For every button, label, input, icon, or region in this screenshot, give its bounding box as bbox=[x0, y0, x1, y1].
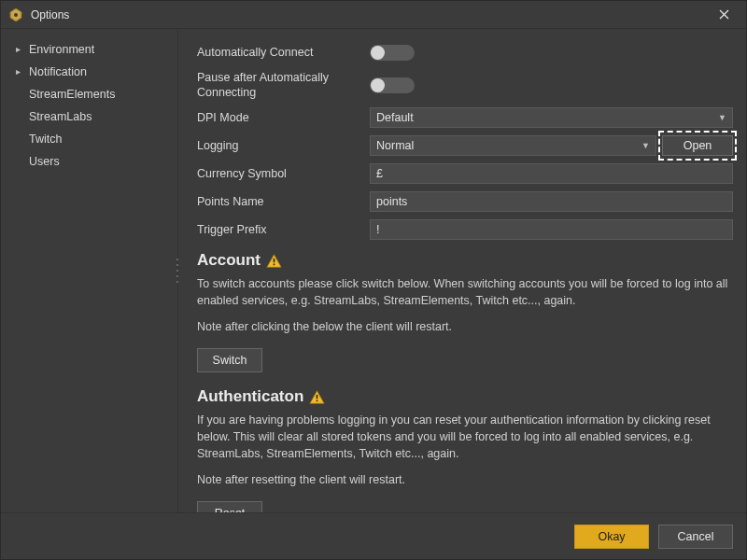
sidebar-item-label: Twitch bbox=[29, 133, 62, 146]
resize-grip[interactable] bbox=[175, 259, 180, 283]
sidebar-item-label: StreamElements bbox=[29, 88, 115, 101]
pause-after-label: Pause after Automatically Connecting bbox=[197, 70, 370, 100]
heading-text: Account bbox=[197, 251, 261, 270]
points-name-input[interactable] bbox=[370, 191, 733, 212]
button-label: Cancel bbox=[678, 530, 714, 543]
warning-icon bbox=[266, 253, 282, 269]
logging-label: Logging bbox=[197, 138, 370, 153]
svg-rect-8 bbox=[317, 394, 318, 398]
switch-button[interactable]: Switch bbox=[197, 348, 262, 372]
points-name-label: Points Name bbox=[197, 194, 370, 209]
auth-desc-1: If you are having problems logging in yo… bbox=[197, 412, 733, 462]
warning-icon bbox=[309, 389, 325, 405]
currency-symbol-input[interactable] bbox=[370, 163, 733, 184]
dpi-mode-label: DPI Mode bbox=[197, 110, 370, 125]
sidebar-item-environment[interactable]: Environment bbox=[1, 38, 177, 61]
sidebar-item-label: Environment bbox=[29, 43, 94, 56]
auto-connect-toggle[interactable] bbox=[370, 45, 415, 61]
sidebar-item-users[interactable]: Users bbox=[1, 150, 177, 173]
sidebar-item-label: Notification bbox=[29, 65, 87, 78]
svg-rect-9 bbox=[317, 399, 318, 401]
content-panel: Automatically Connect Pause after Automa… bbox=[178, 29, 746, 512]
reset-button[interactable]: Reset bbox=[197, 501, 262, 512]
authentication-heading: Authenticaton bbox=[197, 387, 733, 406]
chevron-down-icon: ▼ bbox=[636, 141, 650, 150]
button-label: Switch bbox=[213, 354, 247, 367]
titlebar: Options bbox=[1, 1, 746, 29]
svg-point-1 bbox=[14, 13, 18, 17]
dpi-mode-select[interactable]: Default ▼ bbox=[370, 107, 733, 128]
sidebar-item-streamelements[interactable]: StreamElements bbox=[1, 83, 177, 105]
trigger-prefix-input[interactable] bbox=[370, 219, 733, 240]
toggle-knob bbox=[371, 46, 385, 60]
sidebar-item-label: Users bbox=[29, 155, 60, 168]
sidebar-item-label: StreamLabs bbox=[29, 110, 92, 123]
currency-symbol-label: Currency Symbol bbox=[197, 166, 370, 181]
cancel-button[interactable]: Cancel bbox=[658, 525, 733, 549]
chevron-down-icon: ▼ bbox=[712, 113, 726, 122]
account-desc-1: To switch accounts please click switch b… bbox=[197, 275, 733, 309]
logging-open-button[interactable]: Open bbox=[662, 135, 733, 156]
account-desc-2: Note after clicking the below the client… bbox=[197, 318, 733, 335]
window-title: Options bbox=[31, 8, 709, 21]
svg-rect-6 bbox=[274, 263, 275, 265]
logging-select[interactable]: Normal ▼ bbox=[370, 135, 656, 156]
okay-button[interactable]: Okay bbox=[574, 525, 649, 549]
button-label: Okay bbox=[598, 530, 625, 543]
sidebar: Environment Notification StreamElements … bbox=[1, 29, 178, 512]
toggle-knob bbox=[371, 78, 385, 92]
window-close-button[interactable] bbox=[709, 1, 739, 29]
account-heading: Account bbox=[197, 251, 733, 270]
select-value: Default bbox=[376, 111, 414, 124]
heading-text: Authenticaton bbox=[197, 387, 303, 406]
sidebar-item-notification[interactable]: Notification bbox=[1, 61, 177, 83]
app-icon bbox=[8, 7, 23, 22]
svg-rect-5 bbox=[274, 258, 275, 261]
body: Environment Notification StreamElements … bbox=[1, 29, 746, 512]
options-window: Options Environment Notification StreamE… bbox=[0, 0, 747, 560]
close-icon bbox=[719, 9, 729, 20]
pause-after-toggle[interactable] bbox=[370, 77, 415, 93]
sidebar-item-streamlabs[interactable]: StreamLabs bbox=[1, 105, 177, 128]
auto-connect-label: Automatically Connect bbox=[197, 45, 370, 60]
footer: Okay Cancel bbox=[1, 512, 746, 559]
button-label: Open bbox=[684, 139, 712, 152]
auth-desc-2: Note after resetting the client will res… bbox=[197, 471, 733, 488]
select-value: Normal bbox=[376, 139, 414, 152]
trigger-prefix-label: Trigger Prefix bbox=[197, 222, 370, 237]
sidebar-item-twitch[interactable]: Twitch bbox=[1, 128, 177, 150]
